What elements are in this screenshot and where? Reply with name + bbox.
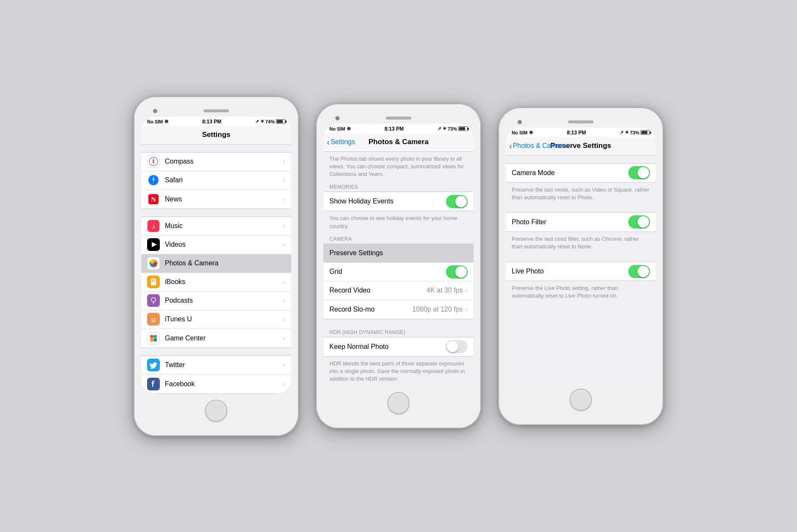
list-item[interactable]: Record Video 4K at 30 fps ›	[323, 281, 474, 300]
photos-chevron-icon: ›	[283, 259, 285, 267]
home-button-2[interactable]	[387, 392, 410, 414]
section-gap-1b	[141, 209, 291, 217]
front-camera-3	[518, 120, 522, 124]
list-item[interactable]: Photo Filter	[506, 213, 656, 231]
news-label: News	[165, 195, 283, 203]
screen-3: ‹ Photos & Camera Preserve Settings Came…	[506, 137, 656, 383]
svg-rect-28	[151, 279, 156, 285]
camera-group: Preserve Settings › Grid Record Video 4K…	[323, 244, 474, 319]
iphone-2: No SIM ⊛ 8:13 PM ➚ ✶ 73% ‹ Settings Phot…	[316, 103, 481, 429]
twitter-label: Twitter	[165, 361, 283, 369]
iphone-3-screen: No SIM ⊛ 8:13 PM ➚ ✶ 73% ‹ Photos & Came…	[506, 128, 656, 383]
news-chevron-icon: ›	[283, 195, 285, 203]
preserve-settings-label: Preserve Settings	[329, 249, 465, 257]
battery-icon-2	[458, 126, 468, 131]
list-item[interactable]: Safari ›	[141, 171, 291, 190]
hdr-desc: HDR blends the best parts of three separ…	[323, 357, 474, 387]
list-item[interactable]: U iTunes U ›	[141, 310, 291, 329]
memories-group: Show Holiday Events	[323, 192, 474, 211]
back-label-3: Photos & Camera	[513, 142, 566, 150]
itunes-label: iTunes U	[165, 315, 283, 323]
list-item[interactable]: Game Center ›	[141, 329, 291, 348]
svg-point-38	[153, 335, 157, 338]
hdr-group: Keep Normal Photo	[323, 337, 474, 357]
grid-toggle[interactable]	[446, 265, 468, 279]
list-item[interactable]: Videos ›	[141, 236, 291, 254]
group-3: Twitter › Facebook ›	[141, 356, 291, 394]
battery-icon-1	[276, 119, 285, 124]
section-gap-3a	[506, 156, 656, 163]
iphone-2-bottom	[323, 386, 474, 421]
photo-filter-label: Photo Filter	[512, 218, 628, 226]
list-item[interactable]: Twitter ›	[141, 356, 291, 375]
list-item[interactable]: Photos & Camera ›	[141, 254, 291, 273]
music-label: Music	[165, 222, 283, 230]
list-item[interactable]: Live Photo	[506, 262, 656, 281]
photo-filter-toggle[interactable]	[628, 215, 650, 228]
itunes-app-icon: U	[147, 313, 160, 326]
svg-rect-42	[148, 378, 159, 390]
podcasts-label: Podcasts	[165, 297, 283, 304]
list-item[interactable]: Camera Mode	[506, 164, 656, 182]
list-item[interactable]: Podcasts ›	[141, 292, 291, 310]
videos-chevron-icon: ›	[283, 241, 285, 248]
screen-1: Settings Compass › Safari	[141, 126, 291, 394]
list-item[interactable]: Facebook ›	[141, 375, 291, 393]
compass-label: Compass	[165, 158, 283, 165]
svg-point-40	[153, 338, 157, 342]
grid-label: Grid	[329, 268, 446, 276]
list-item[interactable]: Preserve Settings ›	[323, 244, 474, 263]
filter-group: Photo Filter	[506, 212, 656, 232]
nav-arrow-3: ➚	[620, 130, 624, 135]
status-bar-2: No SIM ⊛ 8:13 PM ➚ ✶ 73%	[323, 124, 474, 133]
nav-title-2: Photos & Camera	[368, 138, 429, 146]
home-button-3[interactable]	[570, 389, 592, 411]
status-right-2: ➚ ✶ 73%	[438, 126, 468, 131]
no-sim-label-3: No SIM	[512, 130, 527, 135]
iphone-3-bottom	[506, 383, 656, 418]
gamecenter-chevron-icon: ›	[283, 334, 285, 342]
back-button-2[interactable]: ‹ Settings	[327, 138, 355, 146]
facebook-chevron-icon: ›	[283, 380, 285, 388]
camera-mode-desc: Preserve the last mode, such as Video or…	[506, 183, 656, 205]
list-item[interactable]: ♪ Music ›	[141, 217, 291, 236]
holiday-events-label: Show Holiday Events	[329, 198, 446, 205]
twitter-chevron-icon: ›	[283, 361, 285, 369]
screen-2: ‹ Settings Photos & Camera The Photos ta…	[323, 133, 474, 387]
section-gap-1a	[141, 145, 291, 152]
section-gap-3c	[506, 254, 656, 262]
photo-filter-desc: Preserve the last used filter, such as C…	[506, 232, 656, 254]
bluetooth-icon-2: ✶	[443, 126, 446, 131]
svg-point-39	[150, 338, 153, 342]
safari-app-icon	[147, 174, 160, 187]
status-left-3: No SIM ⊛	[512, 130, 533, 135]
live-photo-toggle[interactable]	[628, 265, 650, 278]
nav-arrow-1: ➚	[255, 119, 259, 124]
speaker-2	[386, 117, 411, 120]
wifi-icon-3: ⊛	[529, 130, 533, 135]
list-item[interactable]: Compass ›	[141, 153, 291, 171]
list-item[interactable]: Show Holiday Events	[323, 192, 474, 211]
twitter-app-icon	[147, 359, 160, 371]
list-item[interactable]: Record Slo-mo 1080p at 120 fps ›	[323, 300, 474, 319]
camera-mode-toggle[interactable]	[628, 166, 650, 179]
home-button-1[interactable]	[205, 400, 227, 422]
holiday-events-toggle[interactable]	[446, 195, 468, 208]
wifi-icon-1: ⊛	[164, 119, 168, 124]
safari-label: Safari	[165, 176, 283, 184]
list-item[interactable]: Grid	[323, 263, 474, 281]
time-2: 8:13 PM	[385, 126, 404, 132]
list-item[interactable]: N News ›	[141, 190, 291, 209]
list-item[interactable]: iBooks ›	[141, 273, 291, 292]
svg-rect-36	[148, 332, 159, 344]
preserve-settings-chevron-icon: ›	[465, 249, 468, 257]
back-button-3[interactable]: ‹ Photos & Camera	[509, 142, 566, 150]
photos-app-icon	[147, 257, 160, 270]
list-item[interactable]: Keep Normal Photo	[323, 337, 474, 356]
keep-normal-photo-toggle[interactable]	[446, 340, 468, 353]
iphone-1: No SIM ⊛ 8:13 PM ➚ ✶ 74% Settings	[134, 96, 299, 436]
videos-app-icon	[147, 238, 160, 251]
group-1: Compass › Safari › N News ›	[141, 152, 291, 209]
news-app-icon: N	[147, 193, 160, 206]
nav-arrow-2: ➚	[438, 126, 441, 131]
